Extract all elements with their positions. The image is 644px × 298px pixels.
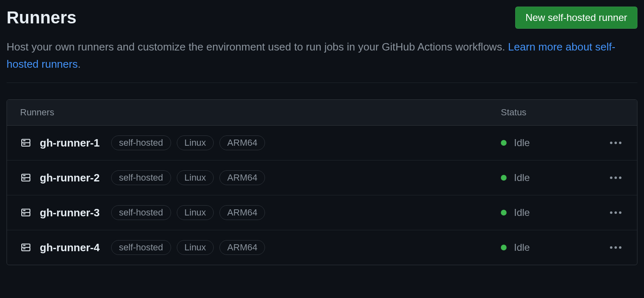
column-header-status: Status	[501, 107, 624, 118]
runner-name[interactable]: gh-runner-4	[40, 241, 100, 254]
table-header: Runners Status	[7, 100, 637, 126]
status-indicator: Idle	[501, 242, 530, 253]
runner-label: self-hosted	[111, 170, 171, 185]
runner-labels: self-hostedLinuxARM64	[111, 205, 265, 220]
status-cell: Idle	[501, 207, 624, 218]
server-icon	[20, 208, 32, 217]
kebab-menu-icon[interactable]	[607, 174, 624, 181]
status-cell: Idle	[501, 137, 624, 149]
runner-label: Linux	[177, 205, 214, 220]
kebab-menu-icon[interactable]	[607, 139, 624, 147]
runner-label: ARM64	[219, 205, 265, 220]
runner-label: Linux	[177, 170, 214, 185]
runner-main: gh-runner-4 self-hostedLinuxARM64	[20, 240, 501, 255]
description: Host your own runners and customize the …	[7, 39, 637, 83]
runner-main: gh-runner-1 self-hostedLinuxARM64	[20, 135, 501, 150]
runner-label: self-hosted	[111, 135, 171, 150]
kebab-menu-icon[interactable]	[607, 244, 624, 251]
status-text: Idle	[514, 207, 530, 218]
runner-main: gh-runner-2 self-hostedLinuxARM64	[20, 170, 501, 185]
table-row: gh-runner-3 self-hostedLinuxARM64 Idle	[7, 195, 637, 230]
runner-label: ARM64	[219, 170, 265, 185]
header: Runners New self-hosted runner	[7, 7, 637, 29]
runner-label: self-hosted	[111, 240, 171, 255]
table-row: gh-runner-4 self-hostedLinuxARM64 Idle	[7, 230, 637, 265]
runner-label: Linux	[177, 240, 214, 255]
new-self-hosted-runner-button[interactable]: New self-hosted runner	[515, 7, 637, 29]
description-period: .	[78, 58, 80, 70]
server-icon	[20, 138, 32, 147]
runner-label: ARM64	[219, 240, 265, 255]
table-row: gh-runner-2 self-hostedLinuxARM64 Idle	[7, 160, 637, 195]
runner-label: ARM64	[219, 135, 265, 150]
runner-labels: self-hostedLinuxARM64	[111, 240, 265, 255]
runner-name[interactable]: gh-runner-2	[40, 172, 100, 184]
status-dot-icon	[501, 245, 507, 250]
status-text: Idle	[514, 242, 530, 253]
status-indicator: Idle	[501, 137, 530, 149]
status-dot-icon	[501, 210, 507, 215]
status-cell: Idle	[501, 242, 624, 253]
runner-name[interactable]: gh-runner-3	[40, 206, 100, 219]
runner-label: self-hosted	[111, 205, 171, 220]
status-cell: Idle	[501, 172, 624, 183]
status-indicator: Idle	[501, 172, 530, 183]
runners-table: Runners Status gh-runner-1 self-hostedLi…	[7, 99, 637, 265]
status-text: Idle	[514, 137, 530, 149]
runner-main: gh-runner-3 self-hostedLinuxARM64	[20, 205, 501, 220]
runner-labels: self-hostedLinuxARM64	[111, 135, 265, 150]
status-dot-icon	[501, 140, 507, 146]
runner-labels: self-hostedLinuxARM64	[111, 170, 265, 185]
column-header-runners: Runners	[20, 107, 501, 118]
runner-name[interactable]: gh-runner-1	[40, 137, 100, 149]
kebab-menu-icon[interactable]	[607, 209, 624, 216]
status-text: Idle	[514, 172, 530, 183]
page-title: Runners	[7, 8, 76, 28]
table-body: gh-runner-1 self-hostedLinuxARM64 Idle g…	[7, 126, 637, 265]
runner-label: Linux	[177, 135, 214, 150]
description-text: Host your own runners and customize the …	[7, 41, 508, 53]
status-indicator: Idle	[501, 207, 530, 218]
server-icon	[20, 243, 32, 252]
table-row: gh-runner-1 self-hostedLinuxARM64 Idle	[7, 126, 637, 160]
status-dot-icon	[501, 175, 507, 181]
server-icon	[20, 173, 32, 182]
